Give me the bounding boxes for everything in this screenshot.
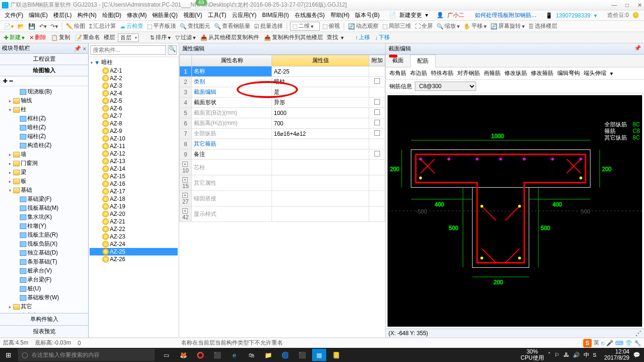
- menu-bim[interactable]: BIM应用(I): [260, 10, 291, 20]
- align-top-button[interactable]: ⬚ 平齐板顶: [146, 22, 177, 31]
- batch-select-button[interactable]: ☑ 批量选择: [253, 22, 284, 31]
- tree-node[interactable]: 现浇板(B): [1, 87, 87, 96]
- menu-draw[interactable]: 绘图(D): [100, 10, 124, 20]
- list-item[interactable]: AZ-20: [90, 210, 178, 218]
- taskbar-edge[interactable]: e: [227, 349, 241, 361]
- taskbar-app-2[interactable]: ⭕: [193, 349, 207, 361]
- start-button[interactable]: ⊞: [0, 351, 17, 359]
- tray-up-icon[interactable]: ˄: [548, 352, 551, 358]
- list-item[interactable]: AZ-14: [90, 165, 178, 173]
- tree-node[interactable]: ▸其它: [1, 302, 87, 311]
- list-item[interactable]: AZ-18: [90, 195, 178, 203]
- tree-node[interactable]: 集水坑(K): [1, 213, 87, 222]
- list-item[interactable]: AZ-19: [90, 203, 178, 210]
- tree-node[interactable]: ▸梁: [1, 168, 87, 177]
- taskbar-app-4[interactable]: 🌀: [278, 349, 292, 361]
- taskbar-store[interactable]: 🛍: [244, 349, 258, 361]
- property-row[interactable]: 4截面形状异形: [180, 98, 385, 108]
- list-item[interactable]: AZ-9: [90, 127, 178, 135]
- menu-file[interactable]: 文件(F): [3, 10, 25, 20]
- list-item[interactable]: AZ-13: [90, 157, 178, 165]
- floor-select[interactable]: 首层: [118, 33, 139, 42]
- property-row[interactable]: +42显示样式: [180, 206, 385, 222]
- edit-hook-button[interactable]: 编辑弯钩: [557, 69, 580, 77]
- list-item[interactable]: AZ-25: [90, 248, 178, 255]
- tray-net-icon[interactable]: 🖧: [563, 352, 569, 358]
- tray-ime-icon[interactable]: 中: [584, 351, 589, 359]
- property-row[interactable]: 7全部纵筋16⌀16+4⌀12: [180, 129, 385, 139]
- tray-tool-icon[interactable]: 🔧: [634, 340, 641, 346]
- list-item[interactable]: AZ-2: [90, 74, 178, 82]
- tree-node[interactable]: 桩承台(V): [1, 266, 87, 275]
- redo-button[interactable]: ↷▾: [50, 23, 59, 30]
- new-component-button[interactable]: ✚ 新建 ▾: [3, 33, 25, 42]
- maximize-button[interactable]: □: [626, 2, 629, 8]
- tray-ext-icon[interactable]: ⎋: [601, 340, 604, 346]
- property-row[interactable]: 3截面编辑是: [180, 87, 385, 98]
- notifications-icon[interactable]: 💬: [633, 352, 640, 358]
- list-item[interactable]: AZ-6: [90, 105, 178, 112]
- search-button[interactable]: 🔍: [168, 45, 177, 55]
- find-element-button[interactable]: 🔍 查找图元: [179, 22, 211, 31]
- property-row[interactable]: 6截面高(H边)(mm)700: [180, 118, 385, 129]
- tree-node[interactable]: 框柱(Z): [1, 114, 87, 123]
- tree-node[interactable]: 筏板主筋(R): [1, 230, 87, 239]
- list-item[interactable]: AZ-22: [90, 225, 178, 233]
- menu-version[interactable]: 版本号(B): [353, 10, 381, 20]
- align-rebar-button[interactable]: 对齐钢筋: [457, 69, 480, 77]
- taskbar-app-5[interactable]: ⬛: [295, 349, 309, 361]
- draw-button[interactable]: ✏️绘图: [65, 22, 86, 31]
- edge-rebar-button[interactable]: 布边筋: [410, 69, 427, 77]
- rebar-info-select[interactable]: C8@300: [415, 82, 476, 91]
- taskbar-app-3[interactable]: ⬛: [210, 349, 224, 361]
- tray-mic-icon[interactable]: 🎤: [606, 340, 613, 346]
- more-icon[interactable]: ▾: [610, 70, 613, 77]
- tray-flag-icon[interactable]: ⚐: [554, 352, 560, 358]
- property-row[interactable]: 5截面宽(B边)(mm)1000: [180, 108, 385, 118]
- tray-sogou-icon[interactable]: S: [593, 351, 601, 359]
- find-label[interactable]: 查找: [327, 33, 338, 41]
- property-row[interactable]: +15其它属性: [180, 175, 385, 191]
- list-item[interactable]: AZ-21: [90, 218, 178, 225]
- save-button[interactable]: 💾: [27, 23, 36, 30]
- sogou-ime-icon[interactable]: S: [583, 339, 592, 347]
- property-row[interactable]: 1名称AZ-25: [180, 66, 385, 77]
- tree-node[interactable]: ▾基础: [1, 186, 87, 195]
- copy-button[interactable]: 📋 复制: [50, 33, 71, 42]
- sum-button[interactable]: Σ 汇总计算: [88, 22, 117, 31]
- tray-clock[interactable]: 12:042017/8/29: [604, 349, 629, 361]
- menu-cloud[interactable]: 云应用(Y): [230, 10, 258, 20]
- tray-skin-icon[interactable]: 👕: [625, 340, 632, 346]
- ime-lang[interactable]: 英: [594, 339, 599, 347]
- rename-button[interactable]: 📝 重命名: [74, 33, 101, 42]
- property-row[interactable]: 2类别暗柱: [180, 77, 385, 87]
- property-row[interactable]: 8其它箍筋: [180, 139, 385, 149]
- help-link[interactable]: 如何处理筏板附加钢筋…: [473, 10, 539, 20]
- menu-modify[interactable]: 修改(M): [125, 10, 149, 20]
- nav-draw-input[interactable]: 绘图输入: [0, 65, 88, 76]
- tree-node[interactable]: 基础梁(F): [1, 195, 87, 204]
- taskbar-app-1[interactable]: 🦊: [176, 349, 190, 361]
- taskbar-search[interactable]: ◯ 在这里输入你要搜索的内容: [18, 349, 155, 361]
- tree-node[interactable]: 桩(U): [1, 284, 87, 293]
- tree-node[interactable]: 条形基础(T): [1, 257, 87, 266]
- nav-project-settings[interactable]: 工程设置: [0, 54, 88, 65]
- open-button[interactable]: 📂: [17, 23, 25, 30]
- property-row[interactable]: +10芯柱: [180, 160, 385, 175]
- dynamic-view-button[interactable]: 🔄 动态观察: [347, 22, 380, 31]
- view-rebar-button[interactable]: 🔍 查看钢筋量: [213, 22, 251, 31]
- fullscreen-button[interactable]: ⛶ 全屏: [414, 22, 434, 31]
- move-up-button[interactable]: ↑ 上移: [354, 33, 371, 42]
- new-change-button[interactable]: 📄 新建变更 ▾: [387, 10, 430, 20]
- menu-rebar[interactable]: 钢筋量(Q): [150, 10, 179, 20]
- list-item[interactable]: AZ-3: [90, 82, 178, 90]
- tree-node[interactable]: ▸墙: [1, 150, 87, 159]
- mode-2d[interactable]: ⬚ 二维 ▾: [290, 22, 320, 31]
- modify-long-button[interactable]: 修改纵筋: [504, 69, 527, 77]
- top-view-button[interactable]: ⬚ 俯视: [322, 22, 341, 31]
- list-item[interactable]: AZ-12: [90, 150, 178, 157]
- tree-node[interactable]: 端柱(Z): [1, 132, 87, 141]
- taskbar-explorer[interactable]: 📁: [261, 349, 275, 361]
- tray-keyboard-icon[interactable]: ⌨: [615, 340, 623, 346]
- menu-help[interactable]: 帮助(H): [329, 10, 352, 20]
